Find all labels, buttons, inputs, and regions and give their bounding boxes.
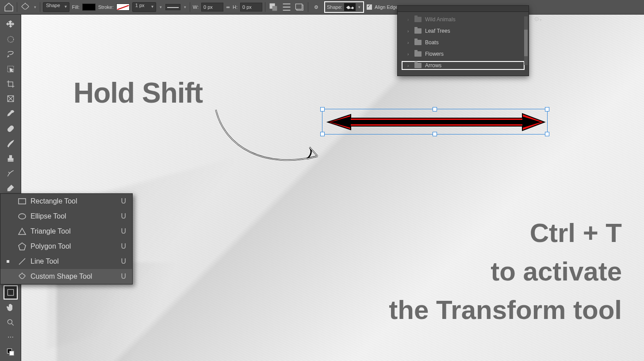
home-icon[interactable] bbox=[4, 2, 14, 12]
arrow-shape[interactable] bbox=[324, 112, 546, 132]
rectangle-icon bbox=[17, 196, 27, 206]
folder-icon bbox=[414, 51, 422, 57]
stamp-tool[interactable] bbox=[4, 151, 18, 165]
triangle-icon bbox=[17, 227, 27, 236]
svg-rect-13 bbox=[19, 199, 26, 204]
tools-panel: ⋯ bbox=[0, 15, 21, 361]
flyout-rectangle[interactable]: Rectangle ToolU bbox=[0, 194, 132, 209]
canvas[interactable]: Hold Shift Ctrl + T to activate the Tran… bbox=[21, 15, 644, 361]
color-swatches[interactable] bbox=[4, 345, 18, 359]
zoom-tool[interactable] bbox=[4, 315, 18, 330]
height-input[interactable] bbox=[240, 3, 262, 12]
flyout-custom-shape[interactable]: Custom Shape ToolU bbox=[0, 269, 132, 284]
folder-icon bbox=[414, 63, 422, 68]
transform-handle[interactable] bbox=[545, 132, 549, 136]
svg-rect-3 bbox=[295, 4, 302, 9]
healing-tool[interactable] bbox=[4, 122, 18, 136]
transform-handle[interactable] bbox=[433, 107, 437, 111]
chevron-down-icon[interactable]: ▾ bbox=[33, 5, 37, 9]
chevron-down-icon: ▾ bbox=[357, 5, 361, 9]
ellipse-icon bbox=[17, 211, 27, 221]
transform-handle[interactable] bbox=[320, 132, 325, 136]
svg-point-10 bbox=[8, 319, 12, 324]
svg-rect-1 bbox=[272, 6, 277, 11]
svg-point-14 bbox=[19, 214, 26, 219]
flyout-triangle[interactable]: Triangle ToolU bbox=[0, 224, 132, 239]
move-tool[interactable] bbox=[4, 17, 18, 31]
shape-tool-flyout: Rectangle ToolU Ellipse ToolU Triangle T… bbox=[0, 193, 133, 284]
fill-label: Fill: bbox=[72, 4, 80, 10]
height-label: H: bbox=[233, 4, 238, 10]
current-tool-indicator bbox=[7, 260, 9, 263]
chevron-down-icon[interactable]: ▾ bbox=[159, 5, 163, 9]
shapes-folder[interactable]: ›Wild Animals bbox=[398, 14, 529, 25]
custom-shape-icon[interactable] bbox=[20, 2, 31, 12]
more-tools[interactable]: ⋯ bbox=[4, 330, 18, 344]
svg-rect-9 bbox=[8, 290, 13, 296]
marquee-tool[interactable] bbox=[4, 32, 18, 46]
align-icon[interactable] bbox=[281, 2, 292, 12]
history-brush-tool[interactable] bbox=[4, 166, 18, 180]
gear-icon[interactable]: ⚙ bbox=[311, 2, 322, 12]
shapes-folder[interactable]: ›Flowers bbox=[398, 48, 529, 60]
shape-mode-select[interactable]: Shape bbox=[43, 2, 69, 12]
arrange-icon[interactable] bbox=[295, 2, 305, 12]
flyout-polygon[interactable]: Polygon ToolU bbox=[0, 239, 132, 254]
transform-handle[interactable] bbox=[545, 107, 549, 111]
object-select-tool[interactable] bbox=[4, 62, 18, 76]
transform-bounding-box[interactable] bbox=[322, 109, 548, 134]
svg-rect-12 bbox=[9, 351, 14, 356]
link-icon[interactable]: ⬌ bbox=[226, 4, 230, 10]
annotation-hold-shift: Hold Shift bbox=[73, 77, 203, 109]
stroke-style[interactable] bbox=[165, 4, 180, 10]
width-input[interactable] bbox=[201, 3, 223, 12]
width-label: W: bbox=[193, 4, 199, 10]
scrollbar-thumb[interactable] bbox=[524, 30, 528, 56]
gear-icon[interactable]: ⚙▾ bbox=[534, 15, 542, 23]
hand-tool[interactable] bbox=[4, 300, 18, 315]
stroke-label: Stroke: bbox=[98, 4, 114, 10]
folder-icon bbox=[414, 17, 422, 22]
flyout-line[interactable]: Line ToolU bbox=[0, 254, 132, 269]
eyedropper-tool[interactable] bbox=[4, 107, 18, 121]
shapes-panel: ⚙▾ ›Wild Animals ›Leaf Trees ›Boats ›Flo… bbox=[397, 5, 529, 76]
align-edges-label: Align Edges bbox=[375, 4, 401, 10]
align-edges-checkbox[interactable] bbox=[367, 4, 372, 10]
crop-tool[interactable] bbox=[4, 77, 18, 91]
annotation-ctrl-t: Ctrl + T to activate the Transform tool bbox=[389, 214, 622, 329]
polygon-icon bbox=[17, 242, 27, 251]
shape-picker[interactable]: Shape: ▾ bbox=[324, 1, 364, 13]
shapes-folder-selected[interactable]: ›Arrows bbox=[401, 61, 525, 70]
transform-handle[interactable] bbox=[320, 107, 325, 111]
lasso-tool[interactable] bbox=[4, 47, 18, 61]
svg-rect-7 bbox=[7, 125, 14, 132]
flyout-ellipse[interactable]: Ellipse ToolU bbox=[0, 209, 132, 224]
folder-icon bbox=[414, 28, 422, 34]
options-bar: ▾ Shape Fill: Stroke: 1 px ▾ ▾ W: ⬌ H: ⚙… bbox=[0, 0, 644, 15]
frame-tool[interactable] bbox=[4, 92, 18, 106]
path-combine-icon[interactable] bbox=[268, 2, 279, 12]
shapes-folder[interactable]: ›Boats bbox=[398, 37, 529, 48]
shape-tool[interactable] bbox=[4, 285, 18, 300]
fill-swatch[interactable] bbox=[82, 4, 96, 11]
stroke-swatch[interactable] bbox=[116, 4, 130, 11]
folder-icon bbox=[414, 40, 422, 45]
shapes-folder[interactable]: ›Leaf Trees bbox=[398, 25, 529, 37]
custom-shape-icon bbox=[17, 272, 27, 281]
stroke-width-select[interactable]: 1 px bbox=[132, 2, 156, 12]
chevron-down-icon[interactable]: ▾ bbox=[183, 5, 187, 9]
shape-thumbnail-icon bbox=[344, 3, 356, 11]
line-icon bbox=[17, 257, 27, 266]
transform-handle[interactable] bbox=[433, 132, 437, 136]
brush-tool[interactable] bbox=[4, 137, 18, 151]
svg-point-4 bbox=[8, 36, 13, 42]
